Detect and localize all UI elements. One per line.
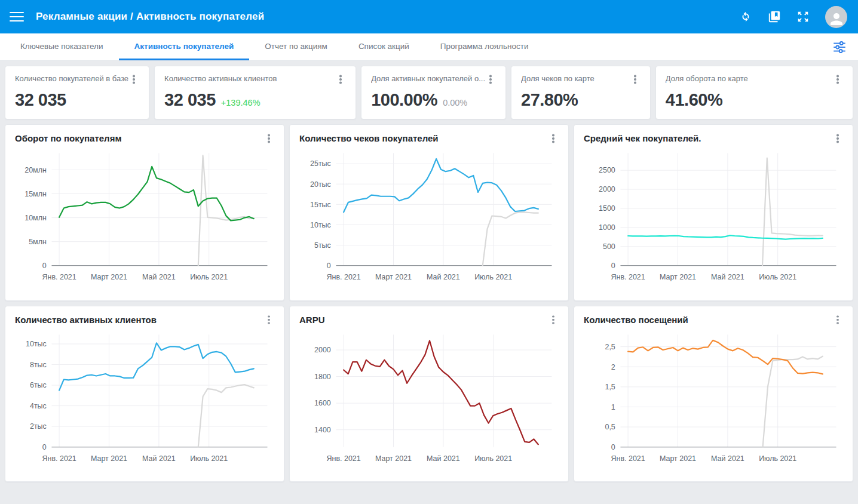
kpi-card-active-clients: Количество активных клиентов 32 035 +139… — [154, 66, 356, 119]
svg-text:5тыс: 5тыс — [314, 241, 331, 250]
svg-text:Июль 2021: Июль 2021 — [759, 454, 796, 462]
svg-text:25тыс: 25тыс — [310, 159, 331, 168]
kpi-delta: +139.46% — [221, 98, 261, 107]
svg-text:Июль 2021: Июль 2021 — [190, 454, 228, 462]
svg-text:0: 0 — [611, 262, 615, 270]
kebab-icon[interactable] — [832, 133, 843, 144]
chart-card-arpu: ARPU Янв. 2021Март 2021Май 2021Июль 2021… — [289, 306, 569, 483]
chart-title: Количество посещений — [584, 315, 688, 325]
svg-text:Янв. 2021: Янв. 2021 — [42, 273, 76, 281]
chart-title: Количество чеков покупателей — [299, 133, 439, 143]
svg-text:1800: 1800 — [314, 372, 331, 380]
svg-text:Май 2021: Май 2021 — [142, 273, 176, 281]
chart-card-visits: Количество посещений Янв. 2021Март 2021М… — [574, 306, 853, 483]
chart-title: Средний чек покупателей. — [584, 133, 701, 143]
svg-text:Март 2021: Март 2021 — [660, 454, 696, 462]
svg-text:Июль 2021: Июль 2021 — [474, 273, 512, 281]
tab-customer-activity[interactable]: Активность покупателей — [119, 33, 250, 60]
visits-count-chart: Янв. 2021Март 2021Май 2021Июль 202100,51… — [584, 327, 843, 477]
refresh-icon[interactable] — [739, 10, 752, 23]
svg-text:8тыс: 8тыс — [30, 360, 47, 368]
svg-text:1: 1 — [611, 402, 615, 411]
app-bar: Рекламные акции / Активность покупателей — [0, 0, 858, 33]
svg-text:15тыс: 15тыс — [310, 201, 331, 209]
svg-text:15млн: 15млн — [24, 190, 47, 198]
svg-text:10тыс: 10тыс — [26, 340, 47, 348]
kebab-icon[interactable] — [263, 133, 274, 144]
svg-text:Март 2021: Март 2021 — [375, 273, 412, 281]
svg-text:2000: 2000 — [314, 346, 331, 354]
kebab-icon[interactable] — [263, 315, 274, 325]
page-title: Рекламные акции / Активность покупателей — [36, 11, 264, 23]
svg-text:Июль 2021: Июль 2021 — [759, 273, 796, 281]
kebab-icon[interactable] — [832, 315, 843, 325]
kpi-value: 32 035 — [164, 90, 216, 110]
svg-text:1600: 1600 — [314, 399, 331, 407]
svg-text:Март 2021: Март 2021 — [375, 454, 412, 462]
library-icon[interactable] — [768, 10, 781, 23]
receipts-count-chart: Янв. 2021Март 2021Май 2021Июль 202105тыс… — [299, 145, 559, 296]
menu-icon[interactable] — [10, 9, 24, 24]
kebab-icon[interactable] — [128, 74, 139, 85]
svg-text:1000: 1000 — [599, 223, 615, 232]
chart-card-active-clients: Количество активных клиентов Янв. 2021Ма… — [5, 306, 284, 483]
svg-text:Янв. 2021: Янв. 2021 — [42, 454, 76, 462]
svg-text:0: 0 — [611, 443, 615, 451]
kpi-label: Количество покупателей в базе — [15, 74, 128, 83]
kebab-icon[interactable] — [548, 133, 559, 144]
svg-text:1,5: 1,5 — [605, 383, 615, 391]
svg-text:0: 0 — [327, 262, 331, 270]
chart-card-turnover: Оборот по покупателям Янв. 2021Март 2021… — [5, 124, 284, 301]
tab-promo-report[interactable]: Отчет по акциям — [249, 33, 343, 60]
svg-text:2: 2 — [611, 362, 615, 371]
chart-card-receipts: Количество чеков покупателей Янв. 2021Ма… — [289, 124, 569, 301]
kebab-icon[interactable] — [485, 74, 496, 85]
kebab-icon[interactable] — [630, 74, 641, 85]
tab-loyalty-program[interactable]: Программа лояльности — [425, 33, 544, 60]
svg-text:Март 2021: Март 2021 — [91, 454, 127, 462]
kebab-icon[interactable] — [832, 74, 843, 85]
svg-text:5млн: 5млн — [29, 238, 47, 246]
active-clients-chart: Янв. 2021Март 2021Май 2021Июль 202102тыс… — [15, 327, 274, 477]
kebab-icon[interactable] — [548, 315, 559, 325]
average-receipt-chart: Янв. 2021Март 2021Май 2021Июль 202105001… — [584, 145, 843, 296]
svg-text:Май 2021: Май 2021 — [427, 454, 460, 462]
avatar-icon[interactable] — [825, 6, 847, 28]
chart-title: ARPU — [299, 315, 325, 325]
kpi-value: 41.60% — [666, 90, 722, 110]
svg-text:10млн: 10млн — [24, 214, 47, 222]
svg-text:Янв. 2021: Янв. 2021 — [327, 273, 361, 281]
tab-bar: Ключевые показатели Активность покупател… — [0, 33, 858, 61]
filter-sliders-icon[interactable] — [821, 33, 858, 60]
kpi-row: Количество покупателей в базе 32 035 Кол… — [5, 66, 853, 119]
chart-card-average-receipt: Средний чек покупателей. Янв. 2021Март 2… — [574, 124, 853, 301]
kebab-icon[interactable] — [335, 74, 346, 85]
svg-text:Март 2021: Март 2021 — [660, 273, 696, 281]
fullscreen-icon[interactable] — [796, 10, 810, 23]
turnover-by-customers-chart: Янв. 2021Март 2021Май 2021Июль 202105млн… — [15, 145, 274, 296]
svg-text:10тыс: 10тыс — [310, 221, 331, 229]
kpi-label: Доля активных покупателей о... — [371, 74, 485, 83]
kpi-card-active-share: Доля активных покупателей о... 100.00% 0… — [361, 66, 506, 119]
svg-text:Май 2021: Май 2021 — [142, 454, 176, 462]
svg-text:Май 2021: Май 2021 — [427, 273, 460, 281]
svg-text:20млн: 20млн — [24, 166, 47, 174]
svg-text:0: 0 — [42, 262, 47, 270]
svg-text:0: 0 — [42, 443, 47, 451]
svg-text:Май 2021: Май 2021 — [711, 454, 744, 462]
tab-key-indicators[interactable]: Ключевые показатели — [5, 33, 119, 60]
kpi-card-card-turnover-share: Доля оборота по карте 41.60% — [655, 66, 853, 119]
svg-text:1400: 1400 — [314, 426, 331, 434]
svg-text:Май 2021: Май 2021 — [711, 273, 744, 281]
kpi-value: 32 035 — [15, 90, 66, 110]
svg-text:6тыс: 6тыс — [30, 381, 47, 389]
tab-promo-list[interactable]: Список акций — [343, 33, 425, 60]
svg-text:Март 2021: Март 2021 — [91, 273, 127, 281]
kpi-label: Доля чеков по карте — [521, 74, 595, 83]
svg-text:20тыс: 20тыс — [310, 180, 331, 189]
chart-title: Оборот по покупателям — [15, 133, 122, 143]
svg-text:2000: 2000 — [599, 185, 615, 193]
kpi-label: Количество активных клиентов — [164, 74, 277, 83]
chart-title: Количество активных клиентов — [15, 315, 157, 325]
svg-text:Янв. 2021: Янв. 2021 — [611, 273, 645, 281]
